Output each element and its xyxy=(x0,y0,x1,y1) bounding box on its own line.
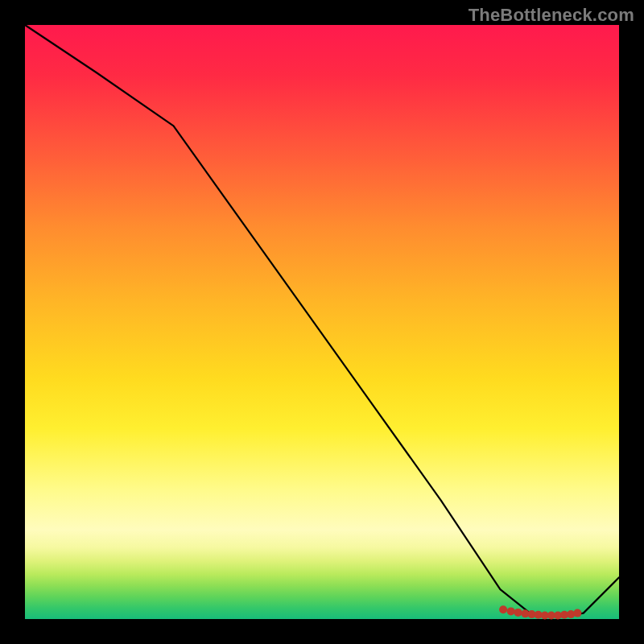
chart-line xyxy=(25,25,619,616)
plot-area xyxy=(25,25,619,619)
chart-overlay xyxy=(25,25,619,619)
marker-dot xyxy=(573,609,581,617)
marker-dot xyxy=(507,607,515,615)
marker-dot xyxy=(499,605,507,613)
marker-cluster xyxy=(499,605,581,619)
marker-dot xyxy=(514,609,522,617)
chart-frame: TheBottleneck.com xyxy=(0,0,644,644)
attribution-text: TheBottleneck.com xyxy=(469,5,634,26)
